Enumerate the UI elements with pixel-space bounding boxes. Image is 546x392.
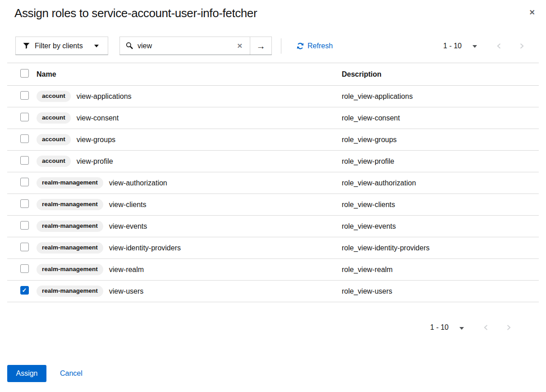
row-checkbox[interactable] (20, 264, 29, 273)
role-description: role_view-authorization (342, 179, 539, 187)
table-header-row: Name Description (7, 63, 539, 86)
row-checkbox[interactable] (20, 178, 29, 186)
table-body: account view-applications role_view-appl… (7, 86, 539, 302)
role-name: view-authorization (109, 179, 167, 187)
row-checkbox[interactable] (20, 199, 29, 208)
role-name: view-consent (77, 114, 119, 122)
pagination-prev-button[interactable] (495, 42, 503, 50)
chevron-left-icon (496, 43, 502, 49)
search-group: ✕ → (119, 37, 272, 55)
pagination-top: 1 - 10 (443, 41, 526, 51)
client-badge: realm-management (37, 221, 103, 232)
search-icon (126, 42, 133, 50)
caret-down-icon (473, 45, 477, 48)
row-checkbox[interactable] (20, 156, 29, 165)
client-badge: realm-management (37, 264, 103, 276)
filter-by-clients-dropdown[interactable]: Filter by clients (15, 37, 108, 55)
column-header-description: Description (342, 70, 539, 78)
modal-title: Assign roles to service-account-user-inf… (14, 6, 519, 20)
role-description: role_view-identity-providers (342, 244, 539, 252)
client-badge: realm-management (37, 242, 103, 254)
toolbar-divider (281, 38, 281, 54)
pagination-next-button[interactable] (518, 42, 526, 50)
modal-header: Assign roles to service-account-user-inf… (0, 0, 546, 20)
table-row: realm-management view-clients role_view-… (7, 194, 539, 216)
role-description: role_view-users (342, 287, 539, 295)
caret-down-icon (459, 327, 464, 330)
client-badge: account (37, 156, 71, 167)
client-badge: realm-management (37, 199, 103, 211)
search-submit-button[interactable]: → (250, 37, 271, 55)
role-name: view-identity-providers (109, 244, 181, 252)
role-name: view-applications (77, 92, 132, 101)
search-input[interactable] (138, 42, 228, 50)
search-field: ✕ (120, 37, 250, 55)
role-description: role_view-consent (342, 114, 539, 122)
chevron-left-icon (483, 324, 489, 331)
caret-down-icon (94, 45, 99, 47)
client-badge: account (37, 112, 71, 124)
pagination-bottom: 1 - 10 (430, 323, 513, 333)
role-name: view-groups (77, 136, 115, 144)
row-checkbox[interactable] (20, 134, 29, 143)
refresh-button[interactable]: Refresh (297, 42, 333, 50)
role-description: role_view-profile (342, 157, 539, 166)
cancel-button[interactable]: Cancel (60, 369, 83, 378)
assign-button[interactable]: Assign (7, 365, 46, 382)
pagination-per-page-toggle[interactable] (459, 323, 465, 333)
row-checkbox[interactable] (20, 243, 29, 251)
refresh-label: Refresh (307, 42, 333, 50)
role-name: view-realm (109, 266, 144, 274)
role-description: role_view-events (342, 222, 539, 231)
role-name: view-users (109, 287, 143, 295)
row-checkbox[interactable] (20, 286, 29, 295)
role-description: role_view-realm (342, 266, 539, 274)
client-badge: account (37, 91, 71, 102)
toolbar: Filter by clients ✕ → Refresh (0, 37, 546, 55)
chevron-right-icon (506, 324, 512, 331)
role-name: view-clients (109, 201, 147, 209)
pagination-range: 1 - 10 (443, 42, 462, 50)
filter-dropdown-label: Filter by clients (35, 42, 83, 50)
close-icon[interactable]: ✕ (529, 9, 535, 16)
select-all-checkbox[interactable] (20, 69, 29, 78)
filter-funnel-icon (23, 42, 30, 49)
client-badge: realm-management (37, 286, 103, 297)
table-row: realm-management view-identity-providers… (7, 237, 539, 259)
client-badge: account (37, 134, 71, 146)
column-header-name: Name (37, 70, 342, 78)
pagination-next-button[interactable] (505, 323, 513, 332)
role-description: role_view-groups (342, 136, 539, 144)
clear-search-icon[interactable]: ✕ (232, 42, 247, 49)
row-checkbox[interactable] (20, 221, 29, 230)
table-row: realm-management view-events role_view-e… (7, 216, 539, 237)
refresh-icon (297, 42, 304, 50)
pagination-prev-button[interactable] (482, 323, 490, 332)
table-row: realm-management view-users role_view-us… (7, 281, 539, 302)
table-row: realm-management view-authorization role… (7, 172, 539, 194)
pagination-range: 1 - 10 (430, 323, 449, 332)
client-badge: realm-management (37, 177, 103, 189)
chevron-right-icon (519, 43, 525, 49)
table-row: account view-profile role_view-profile (7, 151, 539, 172)
table-row: account view-groups role_view-groups (7, 129, 539, 151)
role-description: role_view-clients (342, 201, 539, 209)
row-checkbox[interactable] (20, 113, 29, 121)
row-checkbox[interactable] (20, 91, 29, 100)
modal-footer: Assign Cancel (0, 365, 546, 382)
table-row: account view-applications role_view-appl… (7, 86, 539, 107)
roles-table: Name Description account view-applicatio… (7, 63, 539, 302)
role-description: role_view-applications (342, 92, 539, 101)
table-row: realm-management view-realm role_view-re… (7, 259, 539, 281)
role-name: view-events (109, 222, 147, 231)
pagination-per-page-toggle[interactable] (472, 41, 478, 51)
pagination-bottom-wrap: 1 - 10 (0, 323, 546, 332)
role-name: view-profile (77, 157, 113, 166)
table-row: account view-consent role_view-consent (7, 107, 539, 129)
